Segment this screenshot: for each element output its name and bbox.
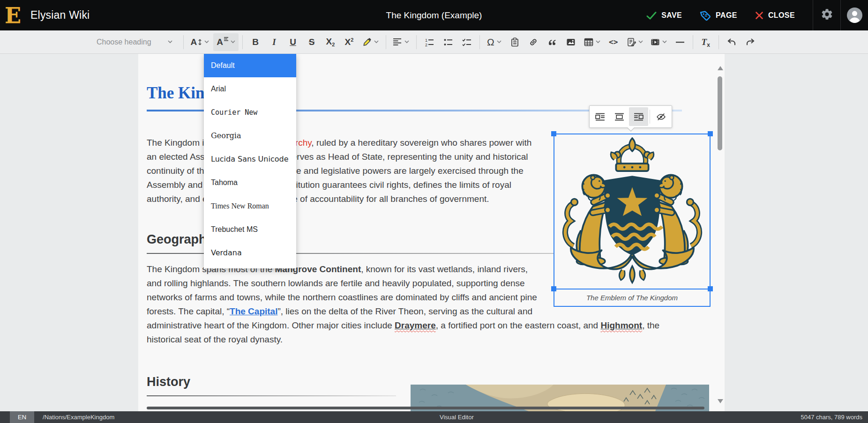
vertical-scrollbar-thumb[interactable] bbox=[718, 76, 722, 150]
app-logo[interactable]: E bbox=[5, 1, 21, 30]
font-family-icon: A bbox=[217, 37, 223, 46]
editor-mode-label: Visual Editor bbox=[440, 414, 474, 421]
link-icon bbox=[529, 37, 538, 47]
insert-media-icon bbox=[662, 40, 667, 44]
horizontal-scrollbar-thumb[interactable] bbox=[147, 407, 704, 409]
scroll-up-arrow-icon[interactable] bbox=[718, 66, 723, 70]
image-style-side-button[interactable] bbox=[629, 107, 648, 126]
redo-button[interactable] bbox=[741, 33, 759, 51]
insert-media-button[interactable] bbox=[647, 33, 670, 51]
internal-wiki-link[interactable]: The Capital bbox=[230, 306, 277, 316]
todo-list-icon bbox=[462, 37, 471, 47]
selected-image-figure[interactable]: The Emblem of The Kingdom bbox=[554, 134, 711, 307]
font-option-times-new-roman[interactable]: Times New Roman bbox=[204, 194, 296, 218]
image-style-break-text-icon bbox=[614, 113, 624, 121]
font-size-button[interactable]: A bbox=[187, 33, 213, 51]
user-avatar-icon bbox=[847, 7, 862, 23]
heading-dropdown[interactable]: Choose heading bbox=[89, 38, 180, 46]
save-button[interactable]: SAVE bbox=[646, 11, 682, 20]
resize-handle-top-left[interactable] bbox=[551, 131, 556, 136]
bulleted-list-button[interactable] bbox=[439, 33, 457, 51]
underline-button[interactable]: U bbox=[284, 33, 302, 51]
font-option-verdana[interactable]: Verdana bbox=[204, 241, 296, 265]
toolbar-separator bbox=[718, 35, 719, 49]
code-block-icon: <> bbox=[609, 38, 618, 46]
heading-dropdown-label: Choose heading bbox=[97, 38, 151, 46]
language-chip[interactable]: EN bbox=[10, 411, 34, 423]
strikethrough-button[interactable]: S bbox=[303, 33, 321, 51]
special-characters-button[interactable]: Ω bbox=[484, 33, 505, 51]
insert-template-button[interactable] bbox=[506, 33, 524, 51]
resize-handle-bottom-right[interactable] bbox=[708, 286, 713, 291]
save-button-label: SAVE bbox=[661, 11, 682, 20]
close-button-label: CLOSE bbox=[768, 11, 795, 20]
history-heading: History bbox=[147, 374, 396, 396]
code-block-button[interactable]: <> bbox=[605, 33, 622, 51]
app-title: Elysian Wiki bbox=[30, 9, 90, 22]
font-option-courier-new[interactable]: Courier New bbox=[204, 101, 296, 124]
font-size-icon bbox=[204, 40, 209, 44]
image-toggle-caption-icon bbox=[656, 113, 666, 121]
font-option-georgia[interactable]: Georgia bbox=[204, 124, 296, 148]
source-editing-button[interactable] bbox=[623, 33, 646, 51]
link-button[interactable] bbox=[524, 33, 542, 51]
special-characters-icon: Ω bbox=[487, 37, 494, 47]
close-button[interactable]: CLOSE bbox=[755, 11, 795, 20]
scroll-down-arrow-icon[interactable] bbox=[718, 399, 723, 403]
font-size-icon bbox=[198, 38, 202, 46]
image-balloon-toolbar bbox=[589, 105, 672, 128]
bold-button[interactable]: B bbox=[247, 33, 264, 51]
numbered-list-icon: 12 bbox=[425, 37, 434, 47]
kingdom-emblem-image[interactable] bbox=[554, 134, 710, 289]
settings-button[interactable] bbox=[813, 0, 840, 30]
subscript-icon: 2 bbox=[332, 42, 335, 47]
image-style-break-text-button[interactable] bbox=[610, 107, 629, 126]
italic-button[interactable]: I bbox=[265, 33, 283, 51]
special-characters-icon bbox=[497, 40, 501, 44]
undo-button[interactable] bbox=[723, 33, 741, 51]
app-topbar: E Elysian Wiki The Kingdom (Example) SAV… bbox=[0, 0, 868, 30]
insert-template-icon bbox=[510, 37, 519, 47]
toolbar-separator bbox=[693, 35, 693, 49]
horizontal-line-button[interactable] bbox=[671, 33, 689, 51]
superscript-button[interactable]: X2 bbox=[340, 33, 358, 51]
topbar-actions: SAVE PAGE CLOSE bbox=[646, 0, 868, 30]
vertical-scrollbar[interactable] bbox=[717, 54, 723, 411]
text-alignment-button[interactable] bbox=[390, 33, 412, 51]
editor-workspace: The Kingdom The Kingdom is a constitutio… bbox=[0, 54, 868, 411]
font-family-icon bbox=[224, 37, 228, 41]
tag-icon bbox=[700, 10, 711, 21]
page-path: /Nations/ExampleKingdom bbox=[43, 414, 114, 421]
font-family-button[interactable]: A bbox=[213, 33, 239, 51]
subscript-button[interactable]: X2 bbox=[322, 33, 339, 51]
resize-handle-top-right[interactable] bbox=[708, 131, 713, 136]
font-option-default[interactable]: Default bbox=[204, 54, 296, 77]
font-option-lucida-sans-unicode[interactable]: Lucida Sans Unicode bbox=[204, 148, 296, 171]
check-icon bbox=[646, 11, 657, 20]
image-caption[interactable]: The Emblem of The Kingdom bbox=[554, 289, 710, 306]
underline-icon: U bbox=[290, 37, 296, 46]
image-toggle-caption-button[interactable] bbox=[651, 107, 671, 126]
toolbar-separator bbox=[242, 35, 243, 49]
source-editing-icon bbox=[627, 37, 636, 47]
insert-table-button[interactable] bbox=[581, 33, 604, 51]
remove-format-icon: x bbox=[707, 42, 710, 48]
font-option-tahoma[interactable]: Tahoma bbox=[204, 171, 296, 194]
highlight-button[interactable] bbox=[359, 33, 382, 51]
font-option-trebuchet-ms[interactable]: Trebuchet MS bbox=[204, 218, 296, 241]
text-alignment-icon bbox=[393, 38, 402, 46]
todo-list-button[interactable] bbox=[458, 33, 476, 51]
block-quote-button[interactable] bbox=[543, 33, 561, 51]
insert-image-button[interactable] bbox=[562, 33, 580, 51]
numbered-list-button[interactable]: 12 bbox=[420, 33, 438, 51]
account-button[interactable] bbox=[841, 0, 868, 30]
balloon-caret bbox=[627, 127, 635, 132]
gear-icon bbox=[821, 8, 833, 22]
image-style-wrap-text-button[interactable] bbox=[591, 107, 610, 126]
font-family-icon bbox=[231, 40, 235, 44]
remove-format-button[interactable]: Tx bbox=[697, 33, 715, 51]
font-size-icon: A bbox=[191, 37, 197, 46]
resize-handle-bottom-left[interactable] bbox=[551, 286, 556, 291]
page-button[interactable]: PAGE bbox=[700, 10, 737, 21]
font-option-arial[interactable]: Arial bbox=[204, 77, 296, 101]
